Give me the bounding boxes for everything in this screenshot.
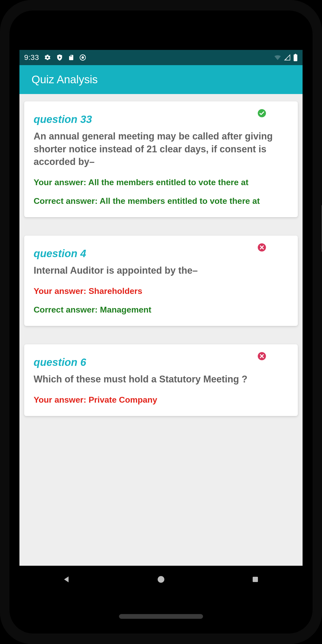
your-answer-label: Your answer: <box>34 395 89 404</box>
question-card: question 4 Internal Auditor is appointed… <box>24 236 298 326</box>
svg-text:×: × <box>285 58 287 60</box>
your-answer-line: Your answer: All the members entitled to… <box>34 177 288 188</box>
status-bar: 9:33 <box>19 50 303 65</box>
content-scroll[interactable]: question 33 An annual general meeting ma… <box>19 94 303 416</box>
question-text: Which of these must hold a Statutory Mee… <box>34 373 288 386</box>
screen: 9:33 <box>19 50 303 593</box>
svg-point-5 <box>158 576 164 583</box>
device-frame: 9:33 <box>0 0 322 644</box>
check-circle-icon <box>257 109 266 119</box>
speaker-bottom <box>119 614 203 619</box>
recent-apps-button[interactable] <box>247 572 263 587</box>
your-answer-value: All the members entitled to vote there a… <box>88 178 248 187</box>
your-answer-label: Your answer: <box>34 286 89 296</box>
battery-icon <box>293 54 298 61</box>
status-left: 9:33 <box>24 53 86 62</box>
home-button[interactable] <box>153 572 169 587</box>
correct-answer-value: All the members entitled to vote there a… <box>100 196 260 206</box>
sd-card-icon <box>68 54 74 61</box>
status-time: 9:33 <box>24 53 39 62</box>
question-label: question 4 <box>34 248 288 259</box>
your-answer-label: Your answer: <box>34 178 88 187</box>
your-answer-value: Shareholders <box>89 286 142 296</box>
x-circle-icon <box>257 243 266 253</box>
correct-answer-line: Correct answer: Management <box>34 304 288 315</box>
app-bar: Quiz Analysis <box>19 65 303 94</box>
circle-a-icon <box>79 54 86 61</box>
correct-answer-line: Correct answer: All the members entitled… <box>34 195 288 207</box>
status-right: × <box>274 54 298 61</box>
app-title: Quiz Analysis <box>32 73 98 86</box>
gear-icon <box>44 54 51 61</box>
back-button[interactable] <box>59 572 75 587</box>
correct-answer-label: Correct answer: <box>34 196 100 206</box>
x-circle-icon <box>257 352 266 362</box>
wifi-icon <box>274 54 282 61</box>
question-text: An annual general meeting may be called … <box>34 130 288 168</box>
question-card: question 6 Which of these must hold a St… <box>24 344 298 416</box>
correct-answer-label: Correct answer: <box>34 305 100 314</box>
your-answer-line: Your answer: Shareholders <box>34 285 288 297</box>
your-answer-value: Private Company <box>89 395 157 404</box>
question-card: question 33 An annual general meeting ma… <box>24 101 298 217</box>
question-label: question 6 <box>34 356 288 368</box>
signal-icon: × <box>284 54 291 61</box>
svg-rect-6 <box>253 577 258 582</box>
question-text: Internal Auditor is appointed by the– <box>34 264 288 277</box>
shield-play-icon <box>56 54 63 61</box>
question-label: question 33 <box>34 113 288 125</box>
correct-answer-value: Management <box>100 305 152 314</box>
navigation-bar <box>19 566 303 593</box>
device-inner: 9:33 <box>9 11 313 633</box>
your-answer-line: Your answer: Private Company <box>34 394 288 406</box>
